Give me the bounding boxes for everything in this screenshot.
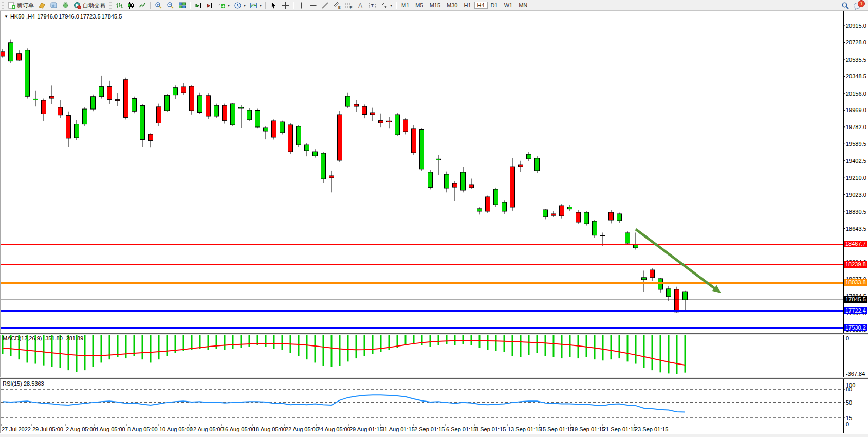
- auto-scroll-icon: [194, 2, 202, 9]
- chevron-down-icon: ▾: [244, 3, 246, 8]
- x-axis-label: 29 Jul 05:00: [32, 426, 63, 432]
- tab-timeframe-D1[interactable]: D1: [488, 2, 501, 9]
- search-button[interactable]: [839, 1, 851, 10]
- toolbar-grip: [2, 2, 4, 9]
- zoom-in-button[interactable]: [153, 1, 164, 10]
- tab-timeframe-M5[interactable]: M5: [412, 2, 426, 9]
- tab-timeframe-H1[interactable]: H1: [460, 2, 474, 9]
- profile-button[interactable]: [36, 1, 48, 10]
- price-line-label: 17722.4: [844, 307, 867, 314]
- x-axis-label: 19 Sep 01:15: [571, 426, 605, 432]
- channel-button[interactable]: E: [331, 1, 343, 10]
- y-axis-tick-label: 18830.5: [846, 209, 866, 215]
- label-button[interactable]: T: [366, 1, 378, 10]
- tab-timeframe-M1[interactable]: M1: [398, 2, 412, 9]
- x-axis-label: 31 Aug 01:15: [381, 426, 415, 432]
- ohlc-close: 17845.5: [102, 13, 122, 20]
- x-axis-label: 18 Aug 05:00: [253, 426, 286, 432]
- indicators-icon: [218, 2, 226, 9]
- chart-canvas[interactable]: [0, 11, 868, 437]
- macd-pane: [3, 335, 685, 374]
- zoom-in-icon: [155, 2, 162, 9]
- svg-text:A: A: [358, 2, 362, 9]
- x-axis-label: 22 Aug 05:00: [285, 426, 319, 432]
- bar-chart-icon: [115, 2, 123, 9]
- chat-badge: 1: [858, 0, 865, 7]
- tab-timeframe-W1[interactable]: W1: [501, 2, 516, 9]
- vertical-line-button[interactable]: [296, 1, 307, 10]
- profile-icon: [38, 2, 46, 9]
- bar-chart-button[interactable]: [113, 1, 125, 10]
- cursor-button[interactable]: [268, 1, 280, 10]
- charts-button[interactable]: [48, 1, 60, 10]
- toolbar-grip: [109, 2, 112, 9]
- price-line-label: 18239.8: [844, 261, 867, 268]
- rsi-axis-label: 0: [846, 421, 849, 427]
- channel-icon: E: [333, 2, 341, 9]
- y-axis-tick-label: 20728.0: [846, 39, 866, 45]
- tab-timeframe-H4[interactable]: H4: [474, 2, 488, 9]
- y-axis-tick-label: 20348.5: [846, 73, 866, 79]
- svg-text:T: T: [371, 3, 374, 8]
- chart-shift-button[interactable]: [204, 1, 216, 10]
- text-icon: A: [357, 2, 364, 9]
- x-axis-label: 16 Aug 05:00: [222, 426, 255, 432]
- auto-scroll-button[interactable]: [192, 1, 204, 10]
- y-axis-tick-label: 19210.0: [846, 175, 866, 181]
- macd-axis-bottom: -367.84: [846, 371, 865, 377]
- horizontal-line-button[interactable]: [307, 1, 319, 10]
- window-bottom-edge: [0, 434, 868, 437]
- signals-icon: [62, 2, 69, 9]
- price-axis-border: [843, 11, 844, 433]
- vertical-line-icon: [298, 2, 305, 9]
- periods-button[interactable]: ▾: [232, 1, 248, 10]
- fibonacci-icon: F: [345, 2, 353, 9]
- periods-icon: [234, 2, 242, 9]
- y-axis-tick-label: 20535.5: [846, 57, 866, 63]
- crosshair-icon: [282, 2, 289, 9]
- candlestick-button[interactable]: [125, 1, 137, 10]
- pane-splitter[interactable]: [0, 333, 868, 335]
- tile-windows-icon: [178, 2, 186, 9]
- templates-button[interactable]: ▾: [248, 1, 264, 10]
- algo-trading-button[interactable]: 自动交易: [71, 1, 107, 10]
- templates-icon: [250, 2, 257, 9]
- symbol-dropdown-icon[interactable]: ▼: [4, 14, 8, 19]
- pane-splitter[interactable]: [0, 377, 868, 379]
- tile-windows-button[interactable]: [176, 1, 188, 10]
- y-axis-tick-label: 20915.0: [846, 23, 866, 29]
- tab-timeframe-MN[interactable]: MN: [515, 2, 530, 9]
- tab-timeframe-M15[interactable]: M15: [427, 2, 444, 9]
- x-axis-label: 2 Sep 01:15: [414, 426, 445, 432]
- line-chart-button[interactable]: [137, 1, 149, 10]
- trend-arrow[interactable]: [636, 229, 715, 289]
- price-line-label: 18467.7: [844, 241, 867, 247]
- y-axis-tick-label: 20156.0: [846, 90, 866, 97]
- crosshair-button[interactable]: [280, 1, 291, 10]
- arrows-button[interactable]: ▾: [378, 1, 394, 10]
- fibonacci-button[interactable]: F: [343, 1, 355, 10]
- ohlc-open: 17946.0: [37, 13, 58, 20]
- signals-button[interactable]: [60, 1, 71, 10]
- trendline-icon: [321, 2, 329, 9]
- trendline-button[interactable]: [319, 1, 331, 10]
- y-axis-tick-label: 19782.0: [846, 124, 866, 130]
- x-axis-label: 12 Aug 05:00: [190, 426, 224, 432]
- indicators-button[interactable]: ▾: [216, 1, 232, 10]
- text-button[interactable]: A: [355, 1, 366, 10]
- y-axis-tick-label: 18643.5: [846, 226, 866, 232]
- rsi-label: RSI(15) 28.5363: [3, 380, 44, 387]
- cursor-icon: [270, 2, 278, 9]
- x-axis-label: 8 Aug 05:00: [127, 426, 158, 432]
- chat-button[interactable]: 1: [851, 1, 863, 10]
- x-axis-label: 29 Aug 01:15: [349, 426, 383, 432]
- x-axis-label: 21 Sep 01:15: [603, 426, 636, 432]
- arrows-icon: [380, 2, 388, 9]
- price-line-label: 17845.5: [844, 296, 867, 303]
- candlestick-icon: [127, 2, 135, 9]
- new-order-button[interactable]: 新订单: [6, 1, 36, 10]
- chart-window[interactable]: ▼ HK50-,H4 17946.0 17946.0 17723.5 17845…: [0, 11, 868, 437]
- zoom-out-button[interactable]: [164, 1, 176, 10]
- x-axis-label: 27 Jul 2022: [2, 426, 31, 432]
- tab-timeframe-M30[interactable]: M30: [444, 2, 460, 9]
